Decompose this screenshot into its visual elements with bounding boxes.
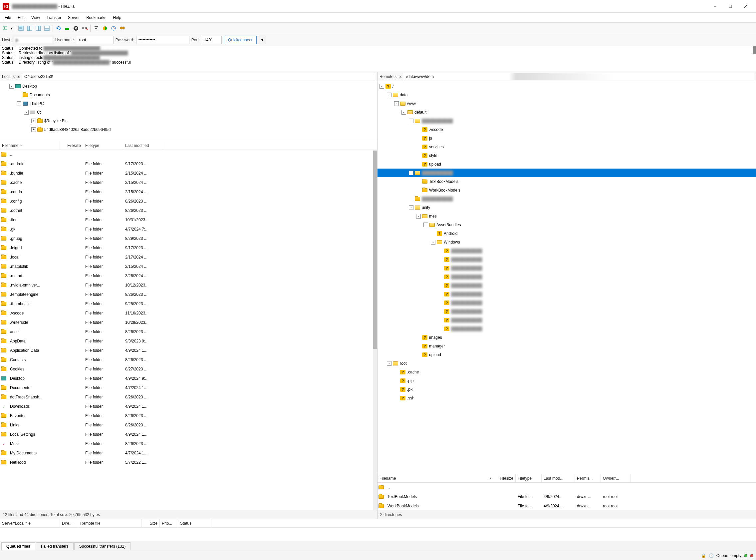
remote-tree[interactable]: -?/-data-www-default-███████████?.vscode… bbox=[378, 81, 756, 474]
expander-icon[interactable]: + bbox=[31, 127, 36, 132]
qcol-status[interactable]: Status bbox=[178, 519, 211, 527]
tree-item[interactable]: -www bbox=[378, 99, 756, 108]
list-item[interactable]: .. bbox=[0, 150, 377, 159]
expander-icon[interactable]: - bbox=[17, 101, 21, 106]
list-item[interactable]: .nvidia-omniver... File folder 10/12/202… bbox=[0, 280, 377, 290]
compare-icon[interactable] bbox=[101, 24, 109, 32]
list-item[interactable]: .conda File folder 2/15/2024 ... bbox=[0, 187, 377, 197]
tree-item[interactable]: ?.cache bbox=[378, 368, 756, 377]
tree-item[interactable]: ?.ssh bbox=[378, 394, 756, 402]
list-item[interactable]: .bundle File folder 2/15/2024 ... bbox=[0, 168, 377, 178]
menu-edit[interactable]: Edit bbox=[14, 14, 28, 21]
list-item[interactable]: .gnupg File folder 8/29/2023 ... bbox=[0, 234, 377, 243]
tree-item[interactable]: ?███████████ bbox=[378, 255, 756, 264]
col-filetype[interactable]: Filetype bbox=[83, 141, 123, 149]
list-item[interactable]: .matplotlib File folder 2/15/2024 ... bbox=[0, 262, 377, 271]
tree-item[interactable]: ?███████████ bbox=[378, 246, 756, 255]
expander-icon[interactable]: - bbox=[409, 205, 414, 210]
list-item[interactable]: Documents File folder 4/7/2024 1... bbox=[0, 383, 377, 393]
port-input[interactable] bbox=[202, 36, 222, 44]
col-filename[interactable]: Filename▲ bbox=[0, 141, 60, 149]
tree-item[interactable]: +$Recycle.Bin bbox=[0, 117, 377, 125]
toggle-queue-icon[interactable] bbox=[43, 24, 51, 32]
list-item[interactable]: .cache File folder 2/15/2024 ... bbox=[0, 178, 377, 187]
host-input[interactable] bbox=[13, 36, 53, 44]
toggle-local-tree-icon[interactable] bbox=[26, 24, 34, 32]
sync-browse-icon[interactable] bbox=[109, 24, 118, 32]
local-tree[interactable]: -DesktopDocuments-This PC-C:+$Recycle.Bi… bbox=[0, 81, 377, 141]
list-item[interactable]: .local File folder 2/17/2024 ... bbox=[0, 253, 377, 262]
list-item[interactable]: .ms-ad File folder 3/26/2024 ... bbox=[0, 271, 377, 280]
list-item[interactable]: .templateengine File folder 8/26/2023 ..… bbox=[0, 290, 377, 299]
tree-item[interactable]: ?.pki bbox=[378, 385, 756, 394]
tree-item[interactable]: -default bbox=[378, 108, 756, 117]
list-item[interactable]: .dotnet File folder 8/26/2023 ... bbox=[0, 206, 377, 215]
col-filesize[interactable]: Filesize bbox=[60, 141, 83, 149]
site-manager-dropdown[interactable]: ▾ bbox=[10, 24, 13, 32]
tree-item[interactable]: -AssetBundles bbox=[378, 221, 756, 229]
minimize-button[interactable] bbox=[708, 1, 723, 12]
list-item[interactable]: .config File folder 8/26/2023 ... bbox=[0, 197, 377, 206]
list-item[interactable]: Contacts File folder 8/26/2023 ... bbox=[0, 355, 377, 364]
menu-transfer[interactable]: Transfer bbox=[43, 14, 65, 21]
toggle-log-icon[interactable] bbox=[17, 24, 25, 32]
list-item[interactable]: .vscode File folder 11/16/2023... bbox=[0, 308, 377, 318]
tab-failed[interactable]: Failed transfers bbox=[36, 542, 74, 550]
tree-item[interactable]: ?upload bbox=[378, 351, 756, 359]
menu-view[interactable]: View bbox=[28, 14, 43, 21]
tree-item[interactable]: -███████████ bbox=[378, 117, 756, 125]
list-item[interactable]: Local Settings File folder 4/9/2024 1... bbox=[0, 430, 377, 439]
menu-file[interactable]: File bbox=[1, 14, 14, 21]
log-scrollbar[interactable] bbox=[753, 46, 756, 72]
filter-icon[interactable] bbox=[92, 24, 100, 32]
tree-item[interactable]: ?███████████ bbox=[378, 273, 756, 281]
expander-icon[interactable]: - bbox=[387, 93, 392, 97]
rcol-filesize[interactable]: Filesize bbox=[494, 474, 516, 482]
menu-bookmarks[interactable]: Bookmarks bbox=[83, 14, 109, 21]
tree-item[interactable]: ?Android bbox=[378, 229, 756, 238]
tree-item[interactable]: ?upload bbox=[378, 160, 756, 168]
qcol-size[interactable]: Size bbox=[142, 519, 160, 527]
tree-item[interactable]: -This PC bbox=[0, 99, 377, 108]
tree-item[interactable]: -mes bbox=[378, 212, 756, 221]
list-item[interactable]: ♪ Music File folder 8/26/2023 ... bbox=[0, 439, 377, 448]
local-file-list[interactable]: .. .android File folder 9/17/2023 ... .b… bbox=[0, 150, 377, 510]
cancel-icon[interactable] bbox=[72, 24, 80, 32]
qcol-remote[interactable]: Remote file bbox=[78, 519, 142, 527]
expander-icon[interactable]: - bbox=[409, 119, 414, 123]
list-item[interactable]: Links File folder 8/26/2023 ... bbox=[0, 420, 377, 430]
remote-file-list[interactable]: .. TextBookModels File fol... 4/9/2024..… bbox=[378, 483, 756, 510]
tree-item[interactable]: ?images bbox=[378, 333, 756, 342]
list-item[interactable]: dotTraceSnapsh... File folder 8/26/2023 … bbox=[0, 393, 377, 402]
local-site-input[interactable] bbox=[22, 73, 375, 80]
tab-queued[interactable]: Queued files bbox=[1, 542, 35, 550]
tree-item[interactable]: ███████████ bbox=[378, 195, 756, 203]
expander-icon[interactable]: - bbox=[401, 110, 406, 115]
menu-server[interactable]: Server bbox=[65, 14, 83, 21]
list-item[interactable]: .leigod File folder 9/17/2023 ... bbox=[0, 243, 377, 253]
tree-item[interactable]: ?js bbox=[378, 134, 756, 143]
tree-item[interactable]: -███████████ bbox=[378, 168, 756, 177]
tree-item[interactable]: WorkBookModels bbox=[378, 186, 756, 195]
expander-icon[interactable]: + bbox=[31, 119, 36, 123]
list-item[interactable]: Application Data File folder 4/9/2024 1.… bbox=[0, 346, 377, 355]
remote-site-input[interactable] bbox=[404, 73, 754, 80]
list-item[interactable]: My Documents File folder 4/7/2024 1... bbox=[0, 448, 377, 458]
username-input[interactable] bbox=[77, 36, 113, 44]
tree-item[interactable]: ?███████████ bbox=[378, 307, 756, 316]
list-item[interactable]: .android File folder 9/17/2023 ... bbox=[0, 159, 377, 168]
tree-item[interactable]: ?███████████ bbox=[378, 316, 756, 324]
list-item[interactable]: Favorites File folder 8/26/2023 ... bbox=[0, 411, 377, 420]
tree-item[interactable]: ?███████████ bbox=[378, 299, 756, 307]
tree-item[interactable]: ?.vscode bbox=[378, 125, 756, 134]
expander-icon[interactable]: - bbox=[379, 84, 384, 88]
list-item[interactable]: WorkBookModels File fol... 4/9/2024... d… bbox=[378, 501, 756, 510]
rcol-filetype[interactable]: Filetype bbox=[516, 474, 542, 482]
tree-item[interactable]: TextBookModels bbox=[378, 177, 756, 186]
list-item[interactable]: .gk File folder 4/7/2024 7:... bbox=[0, 224, 377, 234]
tree-item[interactable]: -C: bbox=[0, 108, 377, 117]
list-item[interactable]: .thumbnails File folder 9/25/2023 ... bbox=[0, 299, 377, 308]
tree-item[interactable]: -unity bbox=[378, 203, 756, 212]
password-input[interactable] bbox=[136, 36, 189, 44]
process-queue-icon[interactable] bbox=[63, 24, 71, 32]
